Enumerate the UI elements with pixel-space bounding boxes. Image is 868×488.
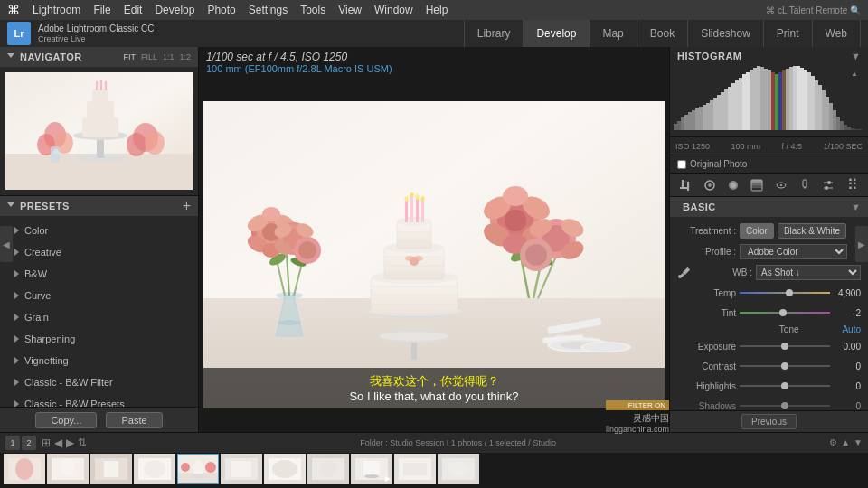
- basic-panel-header[interactable]: Basic ▼: [670, 197, 868, 217]
- spot-removal-tool[interactable]: [702, 177, 718, 193]
- preset-item-classic-bw-filter[interactable]: Classic - B&W Filter: [0, 373, 198, 391]
- temp-thumb[interactable]: [786, 289, 793, 296]
- tab-print[interactable]: Print: [764, 20, 813, 47]
- contrast-thumb[interactable]: [781, 362, 788, 370]
- menu-tools[interactable]: Tools: [300, 4, 326, 16]
- film-thumb-7[interactable]: [264, 454, 306, 484]
- preset-group-bw[interactable]: B&W: [0, 263, 198, 285]
- presets-header[interactable]: Presets +: [0, 196, 198, 216]
- filmstrip-collapse-icon[interactable]: ▼: [854, 437, 863, 447]
- grid-view-icon[interactable]: ⊞: [42, 436, 51, 449]
- film-thumb-1[interactable]: [4, 454, 45, 484]
- copy-button[interactable]: Copy...: [35, 412, 97, 428]
- profile-select[interactable]: Adobe Color: [740, 244, 847, 259]
- film-thumb-10[interactable]: [394, 454, 436, 484]
- photo-area[interactable]: 我喜欢这个，你觉得呢？ So I like that, what do you …: [199, 78, 669, 432]
- preset-group-creative[interactable]: Creative: [0, 241, 198, 263]
- black-white-button[interactable]: Black & White: [778, 223, 846, 239]
- menu-edit[interactable]: Edit: [124, 4, 143, 16]
- tab-develop[interactable]: Develop: [524, 20, 590, 47]
- auto-button[interactable]: Auto: [842, 324, 861, 334]
- menu-lightroom[interactable]: Lightroom: [33, 4, 80, 16]
- menu-settings[interactable]: Settings: [249, 4, 288, 16]
- highlights-thumb[interactable]: [781, 382, 788, 389]
- film-thumb-11[interactable]: [438, 454, 479, 484]
- highlights-slider[interactable]: [740, 380, 830, 392]
- preset-item-sharpening[interactable]: Sharpening: [0, 330, 198, 348]
- color-button[interactable]: Color: [740, 223, 774, 239]
- sort-icon[interactable]: ⇅: [78, 436, 87, 449]
- one-to-one-control[interactable]: 1:1: [163, 52, 175, 61]
- wb-select[interactable]: As Shot ↓: [756, 265, 861, 280]
- left-panel-toggle[interactable]: ◀: [0, 226, 13, 262]
- preset-item-color[interactable]: Color: [0, 221, 198, 239]
- preset-group-sharpening[interactable]: Sharpening: [0, 328, 198, 350]
- menu-photo[interactable]: Photo: [207, 4, 235, 16]
- tint-thumb[interactable]: [779, 309, 787, 316]
- eyedropper-icon[interactable]: [677, 267, 690, 279]
- prev-photo-icon[interactable]: ◀: [54, 436, 62, 449]
- film-thumb-5[interactable]: [177, 454, 219, 484]
- previous-button[interactable]: Previous: [741, 414, 797, 429]
- exposure-slider[interactable]: [740, 340, 830, 352]
- contrast-slider[interactable]: [740, 360, 830, 372]
- tab-library[interactable]: Library: [464, 20, 524, 47]
- film-thumb-8[interactable]: [307, 454, 349, 484]
- preset-group-color[interactable]: Color: [0, 220, 198, 241]
- preset-group-curve[interactable]: Curve: [0, 285, 198, 306]
- histogram-menu-icon[interactable]: ▼: [851, 51, 861, 61]
- preset-item-bw[interactable]: B&W: [0, 265, 198, 283]
- basic-menu-icon[interactable]: ▼: [851, 202, 861, 212]
- tint-slider[interactable]: [740, 306, 830, 319]
- original-photo-checkbox[interactable]: [677, 160, 686, 169]
- preset-group-classic-bw-presets[interactable]: Classic - B&W Presets: [0, 393, 198, 407]
- filmstrip-expand-icon[interactable]: ▲: [841, 437, 850, 447]
- film-thumb-6[interactable]: [221, 454, 262, 484]
- tab-web[interactable]: Web: [813, 20, 861, 47]
- add-preset-button[interactable]: +: [183, 198, 191, 214]
- filmstrip-settings-icon[interactable]: ⚙: [829, 437, 837, 447]
- menu-develop[interactable]: Develop: [155, 4, 194, 16]
- film-thumb-4[interactable]: [134, 454, 175, 484]
- tab-map[interactable]: Map: [590, 20, 637, 47]
- menu-file[interactable]: File: [93, 4, 110, 16]
- menu-view[interactable]: View: [338, 4, 362, 16]
- film-thumb-9[interactable]: ▶: [351, 454, 392, 484]
- radial-filter-tool[interactable]: [773, 177, 789, 193]
- preset-item-creative[interactable]: Creative: [0, 243, 198, 261]
- shadows-slider[interactable]: [740, 399, 830, 410]
- apple-menu[interactable]: ⌘: [7, 3, 20, 17]
- film-thumb-2[interactable]: [47, 454, 89, 484]
- preset-item-vignetting[interactable]: Vignetting: [0, 352, 198, 370]
- adjustment-brush-tool[interactable]: [797, 177, 813, 193]
- presets-list[interactable]: Color Creative B&W: [0, 216, 198, 407]
- tab-slideshow[interactable]: Slideshow: [688, 20, 764, 47]
- menu-window[interactable]: Window: [374, 4, 413, 16]
- fit-control[interactable]: FIT: [123, 52, 136, 61]
- preset-group-classic-bw-filter[interactable]: Classic - B&W Filter: [0, 371, 198, 393]
- temp-slider[interactable]: [740, 286, 830, 299]
- tab-book[interactable]: Book: [637, 20, 688, 47]
- preset-item-classic-bw-presets[interactable]: Classic - B&W Presets: [0, 395, 198, 407]
- color-mixer-tool[interactable]: ⠿: [844, 177, 861, 193]
- menu-help[interactable]: Help: [426, 4, 448, 16]
- page-2-button[interactable]: 2: [22, 436, 36, 450]
- navigator-header[interactable]: Navigator FIT FILL 1:1 1:2: [0, 47, 198, 67]
- one-to-two-control[interactable]: 1:2: [179, 52, 191, 61]
- next-photo-icon[interactable]: ▶: [66, 436, 74, 449]
- page-1-button[interactable]: 1: [5, 436, 20, 450]
- preset-item-grain[interactable]: Grain: [0, 308, 198, 326]
- crop-tool[interactable]: [677, 177, 693, 193]
- exposure-thumb[interactable]: [781, 343, 788, 350]
- preset-group-grain[interactable]: Grain: [0, 306, 198, 328]
- graduated-filter-tool[interactable]: [749, 177, 765, 193]
- preset-group-vignetting[interactable]: Vignetting: [0, 350, 198, 371]
- film-thumb-3[interactable]: [90, 454, 132, 484]
- paste-button[interactable]: Paste: [106, 412, 162, 428]
- fill-control[interactable]: FILL: [141, 52, 157, 61]
- preset-item-curve[interactable]: Curve: [0, 286, 198, 305]
- shadows-thumb[interactable]: [781, 402, 788, 409]
- right-panel-toggle[interactable]: ▶: [855, 226, 868, 262]
- range-mask-tool[interactable]: [820, 177, 836, 193]
- redeye-tool[interactable]: [725, 177, 741, 193]
